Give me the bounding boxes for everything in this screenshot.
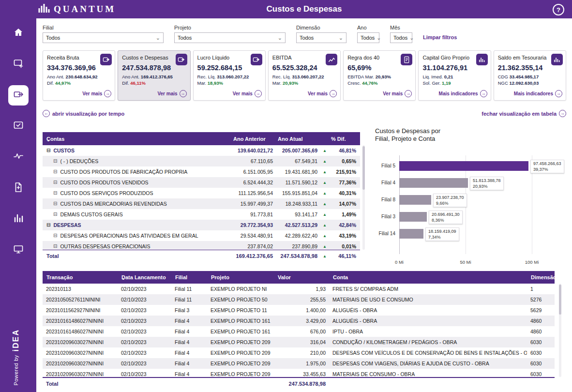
transaction-row[interactable]: 202310161486027NININI02/10/2023Filial 4E…	[43, 326, 555, 337]
chart-bar[interactable]	[399, 178, 468, 188]
accounts-row[interactable]: ⊟CUSTO DOS PRODUTOS DE FABRICAÇÃO PROPRI…	[43, 166, 360, 177]
transactions-column-header-projeto[interactable]: Projeto	[207, 274, 274, 280]
close-table-view-link[interactable]: fechar visualização em tabela →	[482, 110, 566, 117]
accounts-row[interactable]: ⊟CUSTO DOS PRODUTOS VENDIDOS6.524.444,32…	[43, 177, 360, 188]
chart-bar[interactable]	[399, 195, 431, 205]
sidebar-item-costs[interactable]	[8, 85, 29, 106]
filter-dropdown-dimensao[interactable]: Todos⌄	[296, 32, 346, 43]
accounts-total-prev: 169.412.376,65	[229, 253, 274, 259]
filter-selected-value: Todos	[46, 35, 60, 41]
account-name: CUSTO DOS PRODUTOS DE FABRICAÇÃO PROPRIA	[60, 169, 187, 175]
transactions-column-header-dimensao[interactable]: Dimensão	[527, 274, 555, 280]
accounts-column-header-ano-anterior[interactable]: Ano Anterior	[229, 136, 274, 142]
transactions-column-header-transacao[interactable]: Transação	[43, 274, 118, 280]
sidebar-item-entries[interactable]	[8, 178, 29, 198]
kpi-card-saldo-em-tesouraria[interactable]: Saldo em Tesouraria21.362.355,14CDG 33.4…	[494, 50, 566, 101]
filter-dropdown-filial[interactable]: Todos⌄	[43, 32, 164, 43]
accounts-column-header-contas[interactable]: Contas▲	[43, 136, 229, 142]
up-triangle-icon: ▲	[318, 159, 327, 164]
transaction-row[interactable]: 202310161486027NININI02/10/2023Filial 4E…	[43, 316, 555, 326]
scrollbar-thumb[interactable]	[559, 285, 561, 315]
accounts-row[interactable]: ⊟DESPESAS29.772.354,9342.527.513,29▲42,8…	[43, 220, 360, 230]
filter-dropdown-mes[interactable]: Todos⌄	[390, 32, 412, 43]
kpi-card-capital-giro-proprio[interactable]: Capital Giro Proprio31.104.276,91Liq. Im…	[418, 50, 491, 101]
collapse-icon[interactable]: ⊟	[53, 191, 57, 196]
chart-bar[interactable]	[399, 161, 528, 171]
transaction-row[interactable]: 202310209603027NININI02/10/2023Filial 4E…	[43, 337, 555, 347]
chart-bar[interactable]	[399, 212, 427, 222]
kpi-card-cta[interactable]: Mais indicadores→	[514, 90, 562, 97]
transactions-column-header-data-lancamento[interactable]: Data Lancamento▲	[118, 274, 171, 280]
clear-filters-link[interactable]: Limpar filtros	[423, 34, 457, 40]
accounts-row[interactable]: ⊟CUSTOS DAS MERCADORIAS REVENDIDAS15.997…	[43, 198, 360, 209]
accounts-column-header-ano-atual[interactable]: Ano Atual	[274, 136, 318, 142]
open-time-view-link[interactable]: ← abrir visualização por tempo	[43, 110, 124, 117]
sidebar-item-monitor[interactable]	[8, 240, 29, 260]
filter-dropdown-projeto[interactable]: Todos⌄	[174, 32, 286, 43]
kpi-card-lucro-liquido[interactable]: Lucro Líquido59.252.684,15Rec. Líq. 313.…	[193, 50, 266, 101]
sidebar-item-register[interactable]	[8, 54, 29, 75]
chevron-down-icon: ⌄	[409, 35, 414, 40]
account-diff-pct: 0,65%	[327, 158, 360, 164]
bars-icon	[476, 54, 488, 65]
sidebar-item-indicators[interactable]	[8, 147, 29, 167]
collapse-icon[interactable]: ⊟	[46, 148, 50, 153]
filter-dropdown-ano[interactable]: Todos⌄	[357, 32, 379, 43]
transaction-row[interactable]: 202310209603027NININI02/10/2023Filial 4E…	[43, 347, 555, 358]
kpi-card-cta[interactable]: Ver mais→	[233, 90, 262, 97]
transactions-column-header-valor[interactable]: Valor	[274, 274, 329, 280]
accounts-row[interactable]: ⊟DESPESAS OPERACIONAIS DAS ATIVIDADES EM…	[43, 230, 360, 241]
kpi-card-subline: Sol. Ger. 1,19	[422, 80, 486, 86]
accounts-row[interactable]: ⊟DEMAIS CUSTOS GERAIS91.773,8193.141,17▲…	[43, 209, 360, 220]
collapse-icon[interactable]: ⊟	[53, 212, 57, 217]
transactions-total-value: 247.534.878,98	[274, 381, 329, 387]
kpi-card-regra-dos-40[interactable]: Regra dos 4065,69%EBITDA Mar. 20,93%Cres…	[343, 50, 416, 101]
kpi-card-cta[interactable]: Ver mais→	[157, 90, 186, 97]
kpi-card-subline: EBITDA Mar. 20,93%	[347, 74, 411, 79]
accounts-column-header-dif[interactable]: % Dif.	[327, 136, 360, 142]
collapse-icon[interactable]: ⊟	[53, 201, 57, 206]
kpi-card-ebitda[interactable]: EBITDA65.525.328,24Rec. Líq. 313.060.207…	[268, 50, 341, 101]
arrow-right-circle-icon: →	[559, 110, 566, 117]
scrollbar-thumb[interactable]	[362, 146, 365, 190]
transaction-row[interactable]: 202310209603027NININI02/10/2023Filial 4E…	[43, 358, 555, 369]
card-check-icon	[13, 120, 24, 133]
kpi-card-custos-e-despesas[interactable]: Custos e Despesas247.534.878,98Ano Ant. …	[118, 50, 190, 101]
transaction-row[interactable]: 20231011302/10/2023Filial 11EXEMPLO PROJ…	[43, 284, 555, 294]
kpi-card-cta[interactable]: Ver mais→	[308, 90, 337, 97]
filter-selected-value: Todos	[393, 35, 407, 41]
kpi-card-cta[interactable]: Ver mais→	[82, 90, 111, 97]
transaction-row[interactable]: 202310209603027NININI02/10/2023Filial 4E…	[43, 369, 555, 377]
accounts-row[interactable]: ⊟OUTRAS DESPESAS OPERACIONAIS237.874,022…	[43, 241, 360, 250]
sidebar-item-approvals[interactable]	[8, 116, 29, 136]
up-triangle-icon: ▲	[318, 244, 327, 249]
sidebar-item-reports[interactable]	[8, 209, 29, 229]
kpi-card-title: Lucro Líquido	[197, 55, 248, 60]
transactions-column-header-conta[interactable]: Conta	[329, 274, 527, 280]
collapse-icon[interactable]: ⊟	[46, 223, 50, 227]
collapse-icon[interactable]: ⊟	[53, 233, 57, 238]
chart-bar-value-label: 97.458.266,6339,37%	[530, 160, 564, 173]
collapse-icon[interactable]: ⊟	[53, 244, 57, 249]
transaction-row[interactable]: 20231050527611NININI02/10/2023Filial 11E…	[43, 294, 555, 305]
accounts-row[interactable]: ⊟CUSTO DOS SERVIÇOS PRODUZIDOS111.125.95…	[43, 188, 360, 198]
transactions-scrollbar[interactable]	[559, 284, 561, 377]
chart-bar[interactable]	[399, 229, 423, 239]
kpi-card-cta[interactable]: Mais indicadores→	[439, 90, 487, 97]
kpi-card-cta[interactable]: Ver mais→	[383, 90, 412, 97]
accounts-row[interactable]: ⊟( - ) DEDUÇÕES67.110,6567.549,31▲0,65%	[43, 156, 360, 166]
accounts-table: Contas▲Ano AnteriorAno Atual% Dif. ⊟CUST…	[43, 132, 360, 262]
transaction-row[interactable]: 20231011562927NININI02/10/2023Filial 3EX…	[43, 305, 555, 316]
accounts-row[interactable]: ⊟CUSTOS139.640.021,72205.007.365,69▲46,8…	[43, 145, 360, 156]
collapse-icon[interactable]: ⊟	[53, 159, 57, 164]
chart-bar-row: Filial 320.696.491,308,36%	[375, 208, 571, 225]
collapse-icon[interactable]: ⊟	[53, 169, 57, 174]
accounts-scrollbar[interactable]	[362, 145, 365, 250]
sidebar-item-home[interactable]	[8, 23, 29, 44]
help-icon[interactable]: ?	[553, 4, 564, 15]
filter-label: Projeto	[174, 25, 286, 30]
kpi-card-receita-bruta[interactable]: Receita Bruta334.376.369,96Ano Ant. 230.…	[43, 50, 115, 101]
collapse-icon[interactable]: ⊟	[53, 180, 57, 185]
transactions-column-header-filial[interactable]: Filial	[171, 274, 207, 280]
filter-bar: FilialTodos⌄ProjetoTodos⌄DimensãoTodos⌄A…	[43, 25, 457, 43]
